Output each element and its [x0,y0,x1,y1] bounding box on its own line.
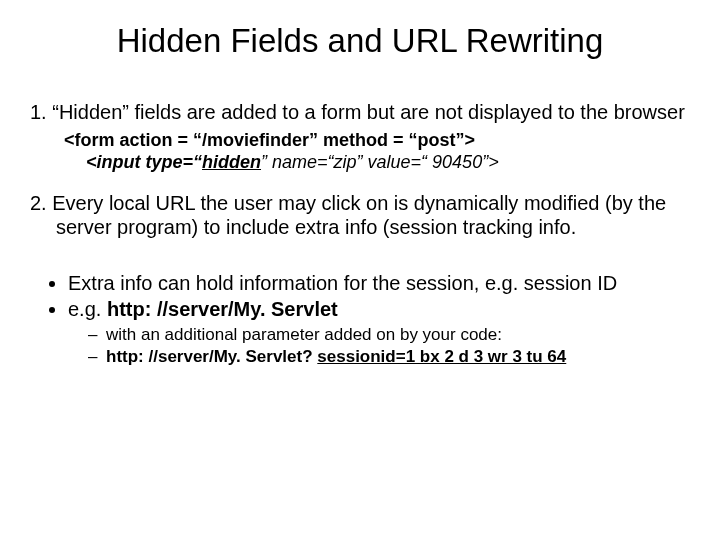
bullet-list: Extra info can hold information for the … [30,271,690,321]
bullet-item-1: Extra info can hold information for the … [68,271,690,295]
sub-bullet-list: with an additional parameter added on by… [30,325,690,367]
sub-bullet-1: with an additional parameter added on by… [88,325,690,345]
code-line-2-post: ” name=“zip” value=“ 90450”> [261,152,499,172]
code-line-2-pre: <input type=“ [86,152,202,172]
numbered-item-2: 2. Every local URL the user may click on… [30,191,690,239]
numbered-item-1: 1. “Hidden” fields are added to a form b… [30,100,690,124]
sub-2-pre: http: //server/My. Servlet? [106,347,317,366]
bullet-2-pre: e.g. [68,298,107,320]
bullet-item-2: e.g. http: //server/My. Servlet [68,297,690,321]
sub-bullet-2: http: //server/My. Servlet? sessionid=1 … [88,347,690,367]
code-line-1: <form action = “/moviefinder” method = “… [64,130,690,152]
code-keyword-hidden: hidden [202,152,261,172]
sub-2-sessionid: sessionid=1 bx 2 d 3 wr 3 tu 64 [317,347,566,366]
slide-title: Hidden Fields and URL Rewriting [30,22,690,60]
slide: Hidden Fields and URL Rewriting 1. “Hidd… [0,0,720,540]
bullet-2-url: http: //server/My. Servlet [107,298,338,320]
code-block: <form action = “/moviefinder” method = “… [64,130,690,173]
code-line-2: <input type=“hidden” name=“zip” value=“ … [64,152,690,174]
slide-body: 1. “Hidden” fields are added to a form b… [30,100,690,367]
